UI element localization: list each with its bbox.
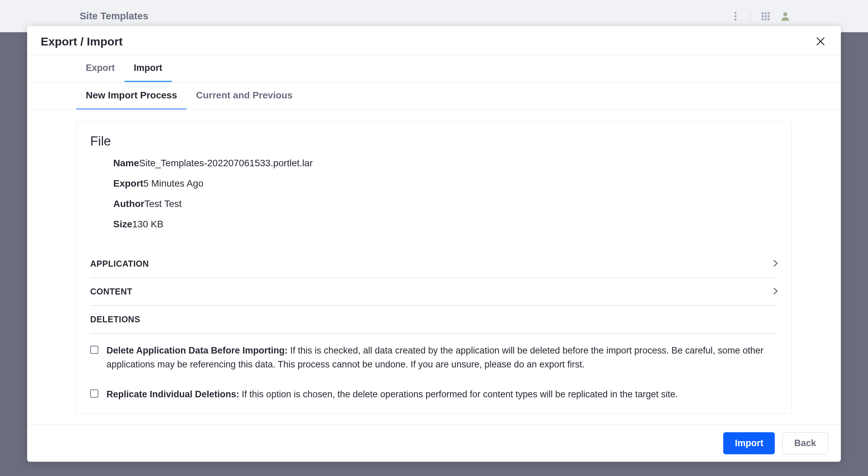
svg-rect-9 bbox=[762, 18, 764, 20]
application-label: APPLICATION bbox=[90, 259, 149, 269]
svg-point-1 bbox=[734, 15, 736, 17]
delete-data-bold: Delete Application Data Before Importing… bbox=[106, 345, 290, 356]
replicate-option: Replicate Individual Deletions: If this … bbox=[90, 387, 778, 401]
svg-rect-3 bbox=[762, 12, 764, 14]
file-export-row: Export5 Minutes Ago bbox=[113, 176, 778, 191]
application-section[interactable]: APPLICATION bbox=[90, 250, 778, 278]
content-section[interactable]: CONTENT bbox=[90, 278, 778, 306]
file-name-row: NameSite_Templates-202207061533.portlet.… bbox=[113, 156, 778, 170]
user-icon[interactable] bbox=[781, 12, 790, 21]
svg-rect-8 bbox=[768, 15, 770, 17]
export-import-modal: Export / Import Export Import New Import… bbox=[27, 26, 841, 462]
delete-data-option: Delete Application Data Before Importing… bbox=[90, 344, 778, 371]
close-button[interactable] bbox=[814, 35, 827, 48]
file-size-label: Size bbox=[113, 219, 132, 229]
import-button[interactable]: Import bbox=[723, 432, 775, 454]
delete-data-text: Delete Application Data Before Importing… bbox=[106, 344, 778, 371]
svg-rect-4 bbox=[765, 12, 767, 14]
more-options-icon[interactable] bbox=[731, 12, 740, 21]
replicate-text: Replicate Individual Deletions: If this … bbox=[106, 387, 678, 401]
page-title: Site Templates bbox=[80, 11, 149, 22]
file-author-label: Author bbox=[113, 198, 144, 209]
header-actions bbox=[731, 12, 790, 21]
delete-data-checkbox[interactable] bbox=[90, 346, 98, 354]
file-name-value: Site_Templates-202207061533.portlet.lar bbox=[139, 158, 313, 168]
modal-header: Export / Import bbox=[27, 26, 841, 55]
modal-footer: Import Back bbox=[27, 424, 841, 462]
file-section: File NameSite_Templates-202207061533.por… bbox=[90, 134, 778, 231]
close-icon bbox=[816, 37, 825, 46]
replicate-bold: Replicate Individual Deletions: bbox=[106, 389, 242, 399]
file-size-row: Size130 KB bbox=[113, 217, 778, 231]
content-box: File NameSite_Templates-202207061533.por… bbox=[76, 122, 792, 414]
file-export-label: Export bbox=[113, 178, 143, 189]
back-button[interactable]: Back bbox=[782, 432, 828, 454]
file-details: NameSite_Templates-202207061533.portlet.… bbox=[90, 156, 778, 231]
svg-rect-6 bbox=[762, 15, 764, 17]
replicate-description: If this option is chosen, the delete ope… bbox=[242, 389, 678, 399]
file-section-title: File bbox=[90, 134, 778, 149]
svg-rect-7 bbox=[765, 15, 767, 17]
file-export-value: 5 Minutes Ago bbox=[143, 178, 203, 189]
chevron-right-icon bbox=[773, 287, 778, 296]
svg-rect-11 bbox=[768, 18, 770, 20]
modal-body: File NameSite_Templates-202207061533.por… bbox=[27, 110, 841, 424]
chevron-right-icon bbox=[773, 260, 778, 268]
replicate-checkbox[interactable] bbox=[90, 389, 98, 398]
divider bbox=[750, 12, 751, 21]
primary-tabs: Export Import bbox=[27, 55, 841, 82]
svg-point-2 bbox=[734, 19, 736, 21]
tab-new-import-process[interactable]: New Import Process bbox=[76, 82, 186, 110]
file-size-value: 130 KB bbox=[132, 219, 163, 229]
svg-rect-10 bbox=[765, 18, 767, 20]
secondary-tabs: New Import Process Current and Previous bbox=[27, 82, 841, 110]
file-name-label: Name bbox=[113, 158, 139, 168]
tab-import[interactable]: Import bbox=[124, 55, 172, 82]
content-label: CONTENT bbox=[90, 287, 132, 297]
file-author-value: Test Test bbox=[144, 198, 182, 209]
tab-export[interactable]: Export bbox=[76, 55, 124, 82]
modal-title: Export / Import bbox=[41, 35, 123, 48]
deletions-label: DELETIONS bbox=[90, 315, 140, 324]
svg-point-12 bbox=[783, 12, 787, 16]
apps-grid-icon[interactable] bbox=[761, 12, 770, 21]
deletions-section-header: DELETIONS bbox=[90, 306, 778, 334]
tab-current-and-previous[interactable]: Current and Previous bbox=[186, 82, 302, 110]
svg-rect-5 bbox=[768, 12, 770, 14]
file-author-row: AuthorTest Test bbox=[113, 197, 778, 211]
svg-point-0 bbox=[734, 12, 736, 14]
